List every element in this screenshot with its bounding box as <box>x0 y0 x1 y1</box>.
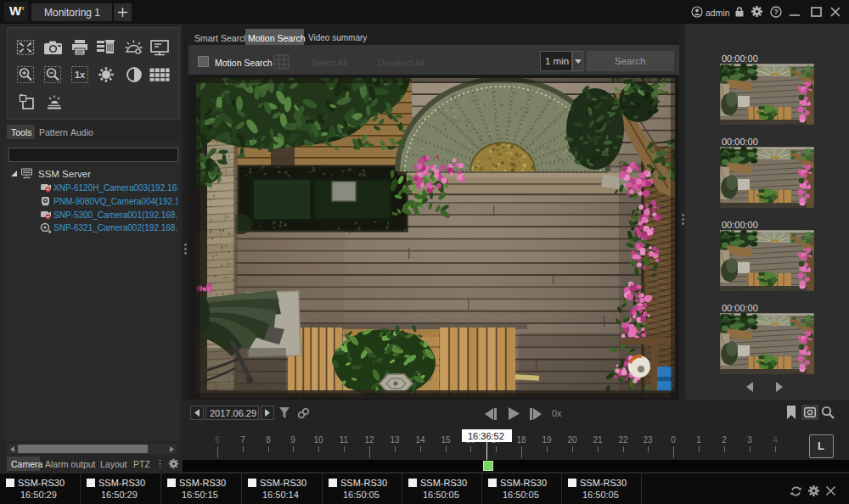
svg-text:?: ? <box>773 8 779 16</box>
svg-text:1x: 1x <box>75 70 86 80</box>
